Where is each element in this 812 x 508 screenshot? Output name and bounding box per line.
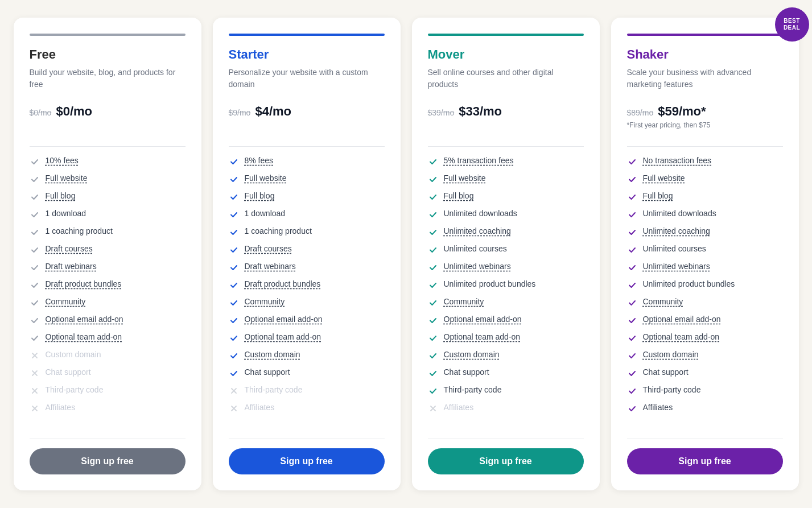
- feature-label[interactable]: Full blog: [444, 191, 474, 200]
- check-icon: [627, 368, 637, 378]
- feature-label[interactable]: 8% fees: [245, 156, 274, 165]
- feature-label[interactable]: Optional email add-on: [46, 315, 123, 324]
- feature-label[interactable]: 10% fees: [46, 156, 79, 165]
- check-icon: [229, 262, 239, 272]
- list-item: Third-party code: [428, 385, 584, 396]
- feature-label[interactable]: Full blog: [46, 191, 76, 200]
- list-item: 10% fees: [30, 156, 186, 167]
- list-item: Draft webinars: [30, 262, 186, 272]
- feature-label[interactable]: No transaction fees: [643, 156, 712, 165]
- feature-label: Custom domain: [46, 350, 101, 359]
- cross-icon: [30, 350, 40, 361]
- list-item: Third-party code: [30, 385, 186, 396]
- check-icon: [627, 245, 637, 255]
- pricing-grid: FreeBuild your website, blog, and produc…: [14, 18, 799, 490]
- feature-label[interactable]: Custom domain: [643, 350, 699, 359]
- feature-label: Chat support: [444, 367, 489, 377]
- list-item: Chat support: [627, 367, 783, 378]
- signup-button-shaker[interactable]: Sign up free: [627, 448, 783, 474]
- feature-label: Chat support: [245, 367, 290, 377]
- list-item: Full website: [428, 174, 584, 184]
- check-icon: [428, 245, 438, 255]
- list-item: Chat support: [428, 367, 584, 378]
- plan-desc-shaker: Scale your business with advanced market…: [627, 67, 783, 94]
- list-item: No transaction fees: [627, 156, 783, 167]
- list-item: 8% fees: [229, 156, 385, 167]
- feature-label[interactable]: Full website: [444, 174, 486, 183]
- divider-shaker: [627, 146, 783, 147]
- price-original-mover: $39/mo: [428, 108, 455, 117]
- plan-bar-starter: [229, 34, 385, 36]
- feature-label[interactable]: Full blog: [643, 191, 673, 200]
- list-item: Custom domain: [428, 350, 584, 361]
- check-icon: [30, 227, 40, 237]
- list-item: Affiliates: [229, 403, 385, 414]
- feature-label[interactable]: Optional email add-on: [245, 315, 323, 324]
- price-note-shaker: *First year pricing, then $75: [627, 121, 783, 130]
- feature-label[interactable]: Unlimited webinars: [444, 262, 511, 271]
- list-item: Unlimited downloads: [627, 209, 783, 220]
- best-deal-badge: BESTDEAL: [775, 7, 809, 42]
- feature-label[interactable]: Draft webinars: [46, 262, 97, 271]
- check-icon: [428, 386, 438, 396]
- signup-button-free[interactable]: Sign up free: [30, 448, 186, 474]
- feature-label: 1 download: [46, 209, 86, 218]
- feature-label[interactable]: Full website: [245, 174, 287, 183]
- feature-label[interactable]: Optional team add-on: [643, 332, 720, 341]
- feature-label[interactable]: Optional email add-on: [444, 315, 522, 324]
- list-item: Custom domain: [229, 350, 385, 361]
- feature-label[interactable]: Optional team add-on: [46, 332, 122, 341]
- feature-label[interactable]: Full website: [46, 174, 88, 183]
- feature-label: Third-party code: [245, 385, 303, 394]
- feature-label[interactable]: Draft product bundles: [245, 279, 321, 288]
- feature-label[interactable]: Unlimited coaching: [444, 226, 511, 236]
- divider-mover: [428, 146, 584, 147]
- features-list-mover: 5% transaction fees Full website Full bl…: [428, 156, 584, 420]
- check-icon: [30, 245, 40, 255]
- feature-label[interactable]: Optional team add-on: [245, 332, 321, 341]
- signup-button-starter[interactable]: Sign up free: [229, 448, 385, 474]
- feature-label[interactable]: Full blog: [245, 191, 275, 200]
- check-icon: [627, 262, 637, 272]
- check-icon: [428, 192, 438, 202]
- list-item: Optional team add-on: [428, 332, 584, 343]
- check-icon: [428, 350, 438, 361]
- check-icon: [627, 192, 637, 202]
- divider-bottom-shaker: [627, 439, 783, 439]
- feature-label[interactable]: Community: [643, 297, 683, 306]
- list-item: Affiliates: [428, 403, 584, 414]
- features-list-starter: 8% fees Full website Full blog 1 downloa…: [229, 156, 385, 420]
- signup-button-mover[interactable]: Sign up free: [428, 448, 584, 474]
- feature-label[interactable]: Optional email add-on: [643, 315, 721, 324]
- feature-label[interactable]: Draft courses: [46, 244, 93, 253]
- list-item: Third-party code: [627, 385, 783, 396]
- feature-label[interactable]: Unlimited coaching: [643, 226, 710, 236]
- feature-label[interactable]: Custom domain: [245, 350, 300, 359]
- feature-label[interactable]: Custom domain: [444, 350, 500, 359]
- check-icon: [428, 227, 438, 237]
- feature-label[interactable]: Optional team add-on: [444, 332, 521, 341]
- check-icon: [627, 403, 637, 414]
- feature-label[interactable]: Community: [444, 297, 484, 306]
- feature-label[interactable]: Draft product bundles: [46, 279, 122, 288]
- cross-icon: [30, 368, 40, 378]
- feature-label[interactable]: Full website: [643, 174, 685, 183]
- price-original-shaker: $89/mo: [627, 108, 654, 117]
- feature-label: Unlimited product bundles: [643, 279, 735, 288]
- feature-label[interactable]: Unlimited webinars: [643, 262, 710, 271]
- feature-label[interactable]: Community: [245, 297, 285, 306]
- feature-label[interactable]: Community: [46, 297, 86, 306]
- list-item: Optional team add-on: [627, 332, 783, 343]
- divider-starter: [229, 146, 385, 147]
- list-item: Custom domain: [627, 350, 783, 361]
- feature-label[interactable]: 5% transaction fees: [444, 156, 514, 165]
- feature-label: Chat support: [643, 367, 689, 377]
- feature-label: Third-party code: [444, 385, 502, 394]
- price-note-starter: [229, 121, 385, 130]
- feature-label[interactable]: Draft webinars: [245, 262, 296, 271]
- check-icon: [229, 298, 239, 308]
- feature-label[interactable]: Draft courses: [245, 244, 292, 253]
- cross-icon: [229, 386, 239, 396]
- list-item: Community: [30, 297, 186, 308]
- price-note-mover: [428, 121, 584, 130]
